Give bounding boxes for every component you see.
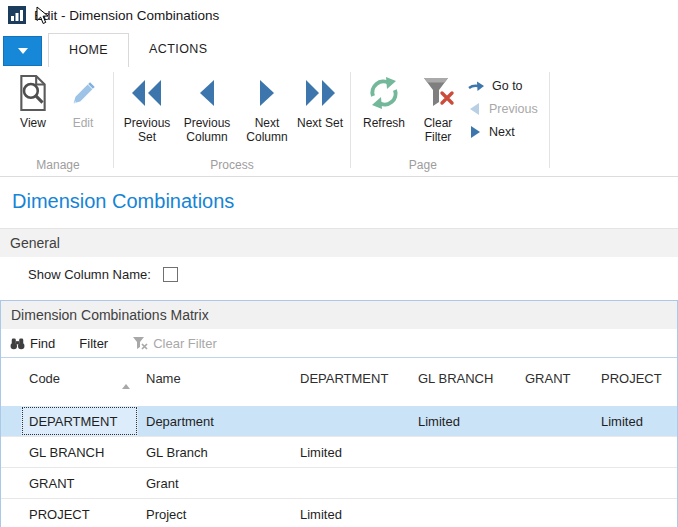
matrix-section-header[interactable]: Dimension Combinations Matrix [1, 301, 677, 329]
page-title: Dimension Combinations [12, 190, 234, 213]
table-row[interactable]: GL BRANCH GL Branch Limited [1, 436, 677, 467]
view-button-label: View [20, 116, 46, 130]
previous-column-button[interactable]: Previous Column [175, 71, 239, 144]
window-title: Edit - Dimension Combinations [34, 8, 219, 23]
grid-header-row: Code Name DEPARTMENT GL BRANCH GRANT PRO… [1, 358, 677, 398]
app-chart-icon [8, 6, 26, 24]
cell-code[interactable]: GL BRANCH [21, 445, 138, 460]
cell-project[interactable]: Limited [593, 414, 677, 429]
previous-column-label: Previous Column [175, 116, 239, 144]
previous-button: Previous [468, 102, 538, 116]
clear-filter-toolbar-label: Clear Filter [153, 336, 217, 351]
cell-code[interactable]: PROJECT [21, 507, 138, 522]
dropdown-arrow-icon [18, 48, 28, 54]
find-button[interactable]: Find [10, 336, 55, 351]
ribbon-tabs: HOME ACTIONS [48, 33, 227, 66]
find-binoculars-icon [10, 337, 25, 350]
ribbon-tab-row: HOME ACTIONS [0, 33, 678, 67]
ribbon-group-separator [549, 72, 550, 168]
show-column-name-label: Show Column Name: [28, 267, 151, 282]
clear-filter-button-label: Clear Filter [412, 116, 464, 144]
column-header-gl-branch[interactable]: GL BRANCH [410, 371, 517, 386]
group-label-process: Process [119, 158, 345, 176]
group-label-page: Page [356, 158, 544, 176]
sort-ascending-icon [122, 384, 130, 389]
ribbon-group-page: Refresh Clear Filter [356, 66, 544, 176]
table-row[interactable]: DEPARTMENT Department Limited Limited [1, 406, 677, 436]
next-column-label: Next Column [239, 116, 295, 144]
clear-filter-button[interactable]: Clear Filter [412, 71, 464, 144]
next-set-label: Next Set [297, 116, 343, 130]
show-column-name-checkbox[interactable] [163, 267, 178, 282]
group-label-manage: Manage [8, 158, 108, 176]
cell-department[interactable]: Limited [292, 507, 410, 522]
column-header-name[interactable]: Name [138, 371, 292, 386]
view-magnifier-icon [17, 75, 49, 111]
cell-code[interactable]: DEPARTMENT [21, 406, 138, 436]
column-header-code[interactable]: Code [21, 358, 138, 398]
go-to-button[interactable]: Go to [468, 79, 538, 93]
matrix-toolbar: Find Filter Clear Filter [1, 329, 677, 358]
table-row[interactable]: GRANT Grant [1, 467, 677, 498]
previous-label: Previous [489, 102, 538, 116]
cell-gl-branch[interactable]: Limited [410, 414, 517, 429]
next-arrow-icon [468, 125, 482, 139]
edit-pencil-icon [68, 78, 98, 108]
general-section-header[interactable]: General [0, 228, 678, 257]
next-button[interactable]: Next [468, 125, 538, 139]
find-label: Find [30, 336, 55, 351]
next-column-button[interactable]: Next Column [239, 71, 295, 144]
next-set-icon [304, 79, 336, 107]
column-header-project[interactable]: PROJECT [593, 371, 677, 386]
application-menu-button[interactable] [3, 36, 42, 66]
edit-button-label: Edit [73, 116, 94, 130]
go-to-arrow-icon [468, 80, 485, 93]
ribbon: View Edit Manage [0, 66, 678, 177]
view-button[interactable]: View [8, 71, 58, 130]
grid-spacer [1, 398, 677, 406]
window-titlebar: Edit - Dimension Combinations [0, 0, 678, 30]
clear-filter-icon [421, 76, 455, 110]
next-label: Next [489, 125, 515, 139]
column-header-grant[interactable]: GRANT [517, 371, 593, 386]
filter-label: Filter [79, 336, 108, 351]
ribbon-group-separator [350, 72, 351, 168]
ribbon-group-manage: View Edit Manage [8, 66, 108, 176]
go-to-label: Go to [492, 79, 523, 93]
next-column-icon [258, 79, 276, 107]
cell-name[interactable]: Project [138, 507, 292, 522]
refresh-button-label: Refresh [363, 116, 405, 130]
refresh-button[interactable]: Refresh [356, 71, 412, 130]
column-header-department[interactable]: DEPARTMENT [292, 371, 410, 386]
show-column-name-field: Show Column Name: [28, 267, 178, 282]
page-nav-links: Go to Previous Next [464, 71, 544, 139]
tab-actions[interactable]: ACTIONS [129, 33, 227, 66]
edit-button: Edit [58, 71, 108, 130]
filter-button[interactable]: Filter [79, 336, 108, 351]
refresh-icon [366, 75, 402, 111]
previous-set-button[interactable]: Previous Set [119, 71, 175, 144]
clear-filter-small-icon [132, 336, 148, 350]
tab-home[interactable]: HOME [48, 33, 129, 67]
mouse-cursor-icon [36, 6, 49, 25]
previous-set-icon [131, 79, 163, 107]
previous-set-label: Previous Set [119, 116, 175, 144]
cell-name[interactable]: Grant [138, 476, 292, 491]
matrix-section: Dimension Combinations Matrix Find Filte… [0, 300, 678, 527]
cell-code[interactable]: GRANT [21, 476, 138, 491]
ribbon-group-separator [113, 72, 114, 168]
cell-department[interactable]: Limited [292, 445, 410, 460]
ribbon-group-process: Previous Set Previous Column Next Column [119, 66, 345, 176]
clear-filter-toolbar-button: Clear Filter [132, 336, 217, 351]
cell-name[interactable]: Department [138, 414, 292, 429]
table-row[interactable]: PROJECT Project Limited [1, 498, 677, 527]
previous-arrow-icon [468, 102, 482, 116]
cell-name[interactable]: GL Branch [138, 445, 292, 460]
next-set-button[interactable]: Next Set [295, 71, 345, 130]
matrix-grid: Code Name DEPARTMENT GL BRANCH GRANT PRO… [1, 358, 677, 527]
previous-column-icon [198, 79, 216, 107]
